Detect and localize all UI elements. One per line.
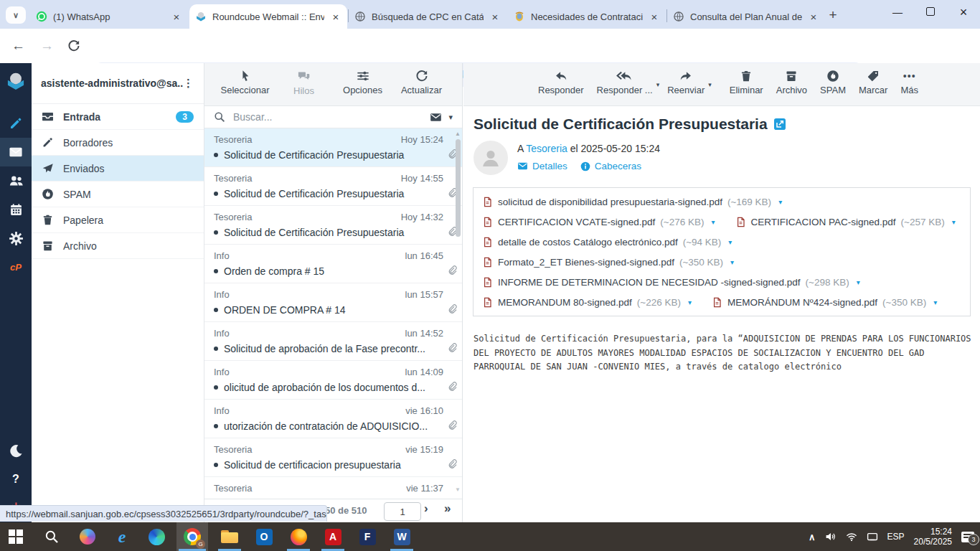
chevron-down-icon[interactable]: ▾: [778, 198, 782, 206]
start-button[interactable]: [0, 522, 32, 551]
rail-mail-button[interactable]: [0, 138, 32, 166]
tab-search-button[interactable]: ∨: [6, 6, 26, 24]
browser-tab-whatsapp[interactable]: (1) WhatsApp ×: [30, 4, 188, 29]
minimize-button[interactable]: —: [881, 6, 914, 18]
attachment-item[interactable]: solicitud de disponibilidad presupuestar…: [482, 196, 782, 208]
chevron-down-icon[interactable]: ▾: [688, 298, 692, 306]
message-row[interactable]: TesoreriaHoy 15:24 Solicitud de Certific…: [204, 128, 462, 167]
message-row[interactable]: Infolun 15:57 ORDEN DE COMPRA # 14: [204, 283, 462, 322]
search-scope-mail-icon[interactable]: [430, 111, 442, 123]
scrollbar-down-icon[interactable]: ▼: [455, 486, 461, 493]
attachment-name[interactable]: CERTIFICACION VCATE-signed.pdf: [498, 217, 655, 227]
attachment-name[interactable]: MEMORÁNDUM Nº424-signed.pdf: [727, 297, 877, 308]
open-in-new-window-icon[interactable]: [774, 118, 786, 130]
taskbar-word-button[interactable]: W: [386, 522, 418, 551]
chevron-down-icon[interactable]: ▾: [656, 81, 660, 105]
chevron-down-icon[interactable]: ▾: [730, 258, 734, 266]
reload-button[interactable]: [67, 39, 80, 52]
chevron-down-icon[interactable]: ▾: [728, 238, 732, 246]
refresh-button[interactable]: Actualizar: [395, 70, 449, 105]
last-page-icon[interactable]: »: [444, 501, 449, 516]
forward-button[interactable]: →: [40, 37, 54, 55]
headers-toggle[interactable]: Cabeceras: [580, 161, 641, 171]
spam-button[interactable]: SPAM: [814, 70, 852, 105]
select-button[interactable]: Seleccionar: [218, 70, 273, 105]
sidebar-item-papelera[interactable]: Papelera: [32, 207, 204, 233]
attachment-item[interactable]: MEMORANDUM 80-signed.pdf (~226 KB) ▾: [482, 296, 692, 309]
back-button[interactable]: ←: [11, 37, 25, 55]
language-indicator[interactable]: ESP: [887, 532, 905, 542]
options-button[interactable]: Opciones: [336, 70, 390, 105]
maximize-button[interactable]: [914, 6, 947, 18]
browser-tab-cpc[interactable]: Búsqueda de CPC en Catálo ×: [349, 4, 507, 29]
message-row[interactable]: Infolun 14:52 Solicitud de aprobación de…: [204, 322, 462, 361]
browser-tab-plan-anual[interactable]: Consulta del Plan Anual de C ×: [667, 4, 825, 29]
attachment-item[interactable]: detalle de costos Catálogo electrónico.p…: [482, 236, 732, 248]
taskbar-edge-button[interactable]: [141, 522, 172, 551]
taskbar-ie-button[interactable]: e: [106, 522, 138, 551]
forward-button[interactable]: Reenviar: [661, 70, 711, 105]
close-window-button[interactable]: ×: [947, 5, 980, 20]
attachment-name[interactable]: CERTIFICACION PAC-signed.pdf: [751, 217, 896, 227]
taskbar-explorer-button[interactable]: [214, 522, 245, 551]
more-button[interactable]: ••• Más: [894, 70, 925, 105]
threads-button[interactable]: Hilos: [277, 70, 331, 105]
close-icon[interactable]: ×: [808, 11, 819, 22]
sidebar-item-borradores[interactable]: Borradores: [32, 130, 204, 156]
taskbar-cortana-button[interactable]: [72, 522, 103, 551]
cast-icon[interactable]: [867, 531, 878, 542]
chevron-down-icon[interactable]: ▾: [711, 218, 715, 226]
taskbar-acrobat-button[interactable]: A: [317, 522, 349, 551]
close-icon[interactable]: ×: [489, 11, 501, 22]
volume-icon[interactable]: [825, 531, 837, 542]
taskbar-search-button[interactable]: [36, 522, 67, 551]
rail-settings-button[interactable]: [0, 224, 32, 253]
attachment-name[interactable]: Formato_2_ET Bienes-signed-signed.pdf: [498, 257, 674, 268]
sidebar-item-enviados[interactable]: Enviados: [32, 156, 204, 182]
attachment-item[interactable]: MEMORÁNDUM Nº424-signed.pdf (~350 KB) ▾: [712, 296, 937, 309]
message-row[interactable]: Infovie 16:10 utorización de contratació…: [204, 400, 462, 438]
delete-button[interactable]: Eliminar: [723, 70, 770, 105]
chevron-down-icon[interactable]: ▾: [708, 81, 712, 105]
chevron-down-icon[interactable]: ▾: [448, 113, 453, 122]
message-row[interactable]: TesoreriaHoy 14:55 Solicitud de Certific…: [204, 167, 462, 206]
attachment-name[interactable]: MEMORANDUM 80-signed.pdf: [498, 297, 632, 308]
sidebar-item-spam[interactable]: SPAM: [32, 182, 204, 207]
new-tab-button[interactable]: +: [824, 6, 842, 24]
sidebar-item-archivo[interactable]: Archivo: [32, 233, 204, 259]
close-icon[interactable]: ×: [649, 11, 660, 22]
account-menu-icon[interactable]: ⋮: [183, 77, 194, 90]
attachment-item[interactable]: INFORME DE DETERMINACION DE NECESIDAD -s…: [482, 276, 860, 288]
search-input[interactable]: [232, 110, 423, 123]
attachment-name[interactable]: detalle de costos Catálogo electrónico.p…: [498, 237, 678, 248]
rail-compose-button[interactable]: [0, 109, 32, 138]
rail-contacts-button[interactable]: [0, 166, 32, 195]
chevron-down-icon[interactable]: ▾: [952, 218, 956, 226]
taskbar-chrome-button[interactable]: G: [176, 522, 208, 551]
attachment-item[interactable]: CERTIFICACION VCATE-signed.pdf (~276 KB)…: [482, 216, 715, 228]
close-icon[interactable]: ×: [171, 11, 182, 22]
page-input[interactable]: [384, 502, 421, 521]
reply-button[interactable]: Responder: [532, 70, 590, 105]
attachment-name[interactable]: INFORME DE DETERMINACION DE NECESIDAD -s…: [498, 277, 801, 288]
message-row[interactable]: Tesoreriavie 15:19 Solicitud de certific…: [204, 438, 462, 477]
details-toggle[interactable]: Detalles: [517, 161, 567, 171]
rail-help-button[interactable]: ?: [0, 465, 32, 494]
attachment-item[interactable]: Formato_2_ET Bienes-signed-signed.pdf (~…: [482, 256, 734, 268]
taskbar-clock[interactable]: 15:24 20/5/2025: [914, 527, 952, 547]
browser-tab-necesidades[interactable]: Necesidades de Contratació ×: [508, 4, 666, 29]
rail-darkmode-button[interactable]: [0, 436, 32, 465]
taskbar-outlook-button[interactable]: O: [248, 522, 280, 551]
chevron-down-icon[interactable]: ▾: [933, 298, 937, 306]
reply-all-button[interactable]: Responder ...: [590, 70, 659, 105]
chevron-down-icon[interactable]: ▾: [857, 278, 860, 286]
message-row[interactable]: Infolun 16:45 Orden de compra # 15: [204, 245, 462, 283]
message-row[interactable]: TesoreriaHoy 14:32 Solicitud de Certific…: [204, 206, 462, 245]
message-row[interactable]: Infolun 14:09 olicitud de aprobación de …: [204, 361, 462, 400]
tray-expand-icon[interactable]: ∧: [809, 532, 816, 542]
attachment-item[interactable]: CERTIFICACION PAC-signed.pdf (~257 KB) ▾: [735, 216, 956, 228]
rail-cpanel-button[interactable]: cP: [0, 253, 32, 281]
taskbar-fes-button[interactable]: F: [352, 522, 383, 551]
sidebar-item-entrada[interactable]: Entrada 3: [32, 104, 204, 130]
taskbar-firefox-button[interactable]: [283, 522, 314, 551]
